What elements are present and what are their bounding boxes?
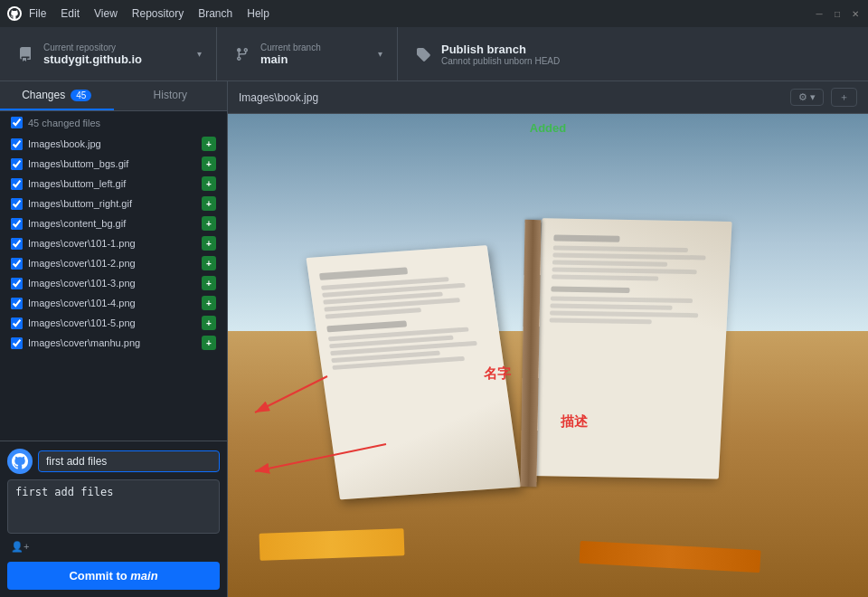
file-item-name: Images\cover\101-1.png [28, 238, 196, 249]
sidebar-tabs: Changes 45 History [0, 81, 227, 111]
tab-changes-label: Changes [22, 89, 65, 101]
maximize-button[interactable]: □ [832, 8, 843, 19]
file-item-name: Images\cover\manhu.png [28, 337, 196, 348]
file-item-name: Images\buttom_right.gif [28, 198, 196, 209]
file-item-101-5[interactable]: Images\cover\101-5.png + [0, 313, 227, 333]
person-icon: 👤+ [11, 541, 29, 553]
file-checkbox[interactable] [11, 258, 23, 270]
file-checkbox[interactable] [11, 138, 23, 150]
file-status-badge: + [202, 236, 216, 251]
file-checkbox[interactable] [11, 198, 23, 210]
file-checkbox[interactable] [11, 317, 23, 329]
branch-name: main [260, 52, 321, 66]
content-area: Images\book.jpg ⚙ ▾ ＋ Added [228, 81, 868, 597]
commit-footer: 👤+ [7, 539, 220, 554]
toolbar: Current repository studygit.github.io ▾ … [0, 27, 868, 81]
file-item-101-1[interactable]: Images\cover\101-1.png + [0, 233, 227, 253]
file-status-badge: + [202, 216, 216, 231]
content-body: Added [228, 114, 868, 597]
content-actions: ⚙ ▾ ＋ [790, 88, 857, 107]
file-status-badge: + [202, 316, 216, 330]
file-item-101-4[interactable]: Images\cover\101-4.png + [0, 293, 227, 313]
commit-area: first add files 👤+ Commit to main [0, 441, 227, 597]
commit-description-input[interactable]: first add files [7, 479, 220, 534]
menu-repository[interactable]: Repository [132, 7, 184, 20]
tab-changes[interactable]: Changes 45 [0, 81, 114, 110]
publish-icon [412, 43, 434, 65]
settings-button[interactable]: ⚙ ▾ [790, 89, 824, 106]
repo-icon [14, 43, 36, 65]
file-checkbox[interactable] [11, 278, 23, 289]
file-item-101-3[interactable]: Images\cover\101-3.png + [0, 273, 227, 293]
file-checkbox[interactable] [11, 218, 23, 230]
tab-changes-badge: 45 [71, 90, 91, 101]
add-button[interactable]: ＋ [831, 88, 857, 107]
publish-branch-section[interactable]: Publish branch Cannot publish unborn HEA… [398, 27, 868, 81]
file-status-badge: + [202, 256, 216, 270]
branch-chevron-icon: ▾ [378, 49, 382, 59]
branch-text-block: Current branch main [260, 43, 321, 66]
current-repo-section[interactable]: Current repository studygit.github.io ▾ [0, 27, 217, 81]
commit-button[interactable]: Commit to main [7, 562, 220, 590]
file-checkbox[interactable] [11, 298, 23, 309]
menu-help[interactable]: Help [247, 7, 269, 20]
file-item-name: Images\cover\101-5.png [28, 317, 196, 328]
content-header: Images\book.jpg ⚙ ▾ ＋ [228, 81, 868, 114]
window-controls[interactable]: ─ □ ✕ [814, 8, 861, 19]
file-status-badge: + [202, 196, 216, 211]
annotation-desc-label: 描述 [561, 413, 588, 431]
file-status-badge: + [202, 276, 216, 290]
repo-chevron-icon: ▾ [197, 49, 202, 59]
file-status-badge: + [202, 336, 216, 350]
main-layout: Changes 45 History 45 changed files Imag… [0, 81, 868, 597]
close-button[interactable]: ✕ [850, 8, 861, 19]
content-file-path: Images\book.jpg [239, 91, 318, 104]
file-item-content-bg[interactable]: Images\content_bg.gif + [0, 213, 227, 233]
publish-sub: Cannot publish unborn HEAD [441, 56, 560, 66]
file-item-101-2[interactable]: Images\cover\101-2.png + [0, 253, 227, 273]
file-status-badge: + [202, 296, 216, 310]
tab-history[interactable]: History [114, 81, 228, 110]
file-item-name: Images\buttom_left.gif [28, 178, 196, 189]
repo-text-block: Current repository studygit.github.io [43, 43, 142, 66]
file-status-badge: + [202, 156, 216, 171]
select-all-checkbox[interactable] [11, 117, 23, 128]
file-item-buttom-left[interactable]: Images\buttom_left.gif + [0, 174, 227, 194]
file-item-buttom-right[interactable]: Images\buttom_right.gif + [0, 194, 227, 213]
repo-label: Current repository [43, 43, 142, 52]
file-checkbox[interactable] [11, 158, 23, 170]
annotation-name-label: 名字 [484, 365, 511, 383]
file-item-name: Images\book.jpg [28, 138, 196, 149]
file-checkbox[interactable] [11, 178, 23, 190]
file-item-buttom-bgs[interactable]: Images\buttom_bgs.gif + [0, 154, 227, 174]
menu-edit[interactable]: Edit [61, 7, 80, 20]
file-status-badge: + [202, 176, 216, 191]
commit-branch-name: main [130, 569, 157, 583]
book-preview: 名字 [228, 114, 868, 597]
commit-title-row [7, 449, 220, 474]
file-item-name: Images\cover\101-2.png [28, 258, 196, 269]
add-co-author-button[interactable]: 👤+ [11, 541, 29, 553]
repo-name: studygit.github.io [43, 52, 142, 66]
file-item-manhu[interactable]: Images\cover\manhu.png + [0, 333, 227, 353]
file-status-added-label: Added [530, 121, 566, 135]
commit-title-input[interactable] [38, 450, 220, 472]
menu-file[interactable]: File [29, 7, 46, 20]
menu-view[interactable]: View [94, 7, 118, 20]
file-item-name: Images\cover\101-4.png [28, 298, 196, 308]
titlebar-menu[interactable]: File Edit View Repository Branch Help [29, 7, 269, 20]
avatar [7, 449, 33, 474]
tab-history-label: History [154, 89, 187, 101]
file-list: Images\book.jpg + Images\buttom_bgs.gif … [0, 134, 227, 441]
file-status-badge: + [202, 137, 216, 151]
file-checkbox[interactable] [11, 337, 23, 349]
file-item-name: Images\content_bg.gif [28, 218, 196, 229]
file-item-name: Images\buttom_bgs.gif [28, 158, 196, 169]
menu-branch[interactable]: Branch [198, 7, 232, 20]
file-item-name: Images\cover\101-3.png [28, 278, 196, 289]
titlebar-left: File Edit View Repository Branch Help [7, 6, 269, 21]
file-checkbox[interactable] [11, 238, 23, 250]
minimize-button[interactable]: ─ [814, 8, 825, 19]
file-item-book-jpg[interactable]: Images\book.jpg + [0, 134, 227, 154]
current-branch-section[interactable]: Current branch main ▾ [217, 27, 398, 81]
